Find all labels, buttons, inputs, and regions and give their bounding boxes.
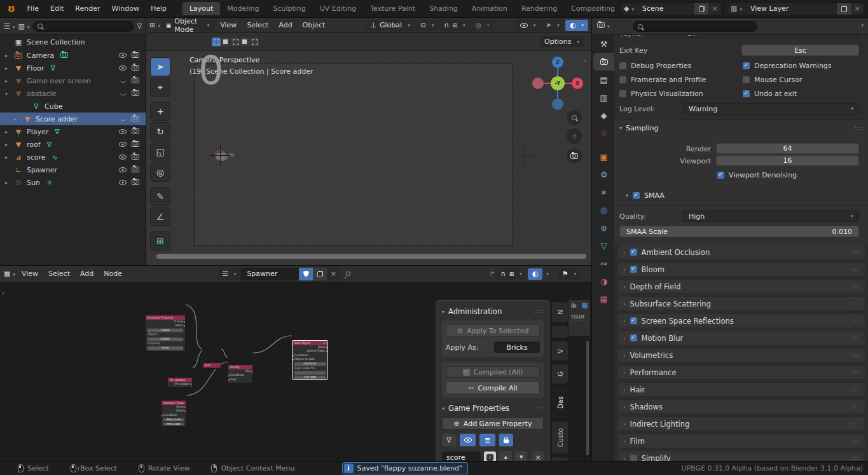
tab-texture[interactable]: ▦ <box>593 290 614 308</box>
checkbox-icon[interactable] <box>630 334 637 341</box>
drag-grip[interactable]: ∷∷ <box>851 249 860 256</box>
object-name[interactable]: Spawner <box>27 166 57 174</box>
checkbox-icon[interactable] <box>630 266 637 273</box>
drag-grip[interactable]: ∷∷ <box>851 387 860 393</box>
remove-view-layer-button[interactable]: × <box>851 4 864 13</box>
expander-icon[interactable]: ▸ <box>5 78 13 84</box>
hide-viewport-toggle[interactable] <box>120 79 127 83</box>
add-cube[interactable]: ⊞ <box>150 231 170 251</box>
tweak-select[interactable]: ➤ <box>150 57 170 76</box>
panel-header[interactable]: › Indirect Lighting ∷∷ <box>617 416 865 431</box>
object-name[interactable]: score <box>27 153 46 162</box>
move-property-up-button[interactable]: ▲ <box>499 451 512 462</box>
annotate[interactable]: ✎ <box>150 187 170 206</box>
outliner-row[interactable]: ∟ Spawner <box>0 163 146 176</box>
node-socket-row[interactable]: Life 500 <box>294 375 326 379</box>
menu-item[interactable]: Add <box>273 21 297 29</box>
node-socket-row[interactable]: Condition <box>162 413 186 417</box>
log-level-dropdown[interactable]: Warning▾ <box>683 103 859 114</box>
node-socket-row[interactable]: Max 3.50 <box>163 418 184 422</box>
drag-grip[interactable]: ∷∷ <box>851 369 860 376</box>
tab-material[interactable]: ◑ <box>593 272 614 290</box>
logic-node[interactable]: Add Object× DoneAdded ObjecConditionObje… <box>292 340 328 380</box>
sidebar-collapse-arrow[interactable]: ‹ <box>584 57 586 64</box>
expander-icon[interactable]: ▾ <box>5 91 13 97</box>
logic-node[interactable]: Evaluate Property× If TrueValueEqualObje… <box>145 315 186 352</box>
node-socket-row[interactable]: Min 2.00 <box>163 422 184 426</box>
apply-to-selected-button[interactable]: ⚙Apply To Selected <box>446 324 540 337</box>
select-extend-button[interactable] <box>221 38 230 46</box>
checkbox-icon[interactable] <box>630 249 637 256</box>
n-panel-tab[interactable] <box>552 326 568 338</box>
node-socket-row[interactable]: obstacle <box>294 362 326 366</box>
checkbox-row[interactable]: Deprecation Warnings <box>743 62 864 70</box>
panel-header[interactable]: › Motion Blur ∷∷ <box>617 331 865 345</box>
logic-node[interactable]: On Update× On Update <box>167 377 193 388</box>
node-socket-row[interactable]: On Update <box>168 382 192 386</box>
hide-viewport-toggle[interactable] <box>119 53 127 58</box>
add-game-property-button[interactable]: ⊕Add Game Property <box>442 417 544 430</box>
gizmo-x-axis[interactable]: X <box>572 78 583 89</box>
gizmo-neg-z-axis[interactable] <box>552 99 563 110</box>
copy-icon[interactable] <box>313 268 327 280</box>
upbge-logo-icon[interactable]: ʊ <box>8 3 15 15</box>
panel-header[interactable]: › Hair ∷∷ <box>617 382 865 397</box>
gizmos-dropdown[interactable]: ➤▾ <box>541 20 564 31</box>
display-mode-icon[interactable]: ▥▾ <box>18 22 29 31</box>
scene-selector[interactable]: ◆▾ Scene × <box>620 3 722 15</box>
menu-item[interactable]: Select <box>242 21 273 29</box>
checkbox-icon[interactable] <box>633 192 640 199</box>
drag-grip[interactable]: ∷∷ <box>851 455 860 462</box>
checkbox-icon[interactable] <box>619 90 626 97</box>
checkbox-row[interactable]: Debug Properties <box>619 62 743 70</box>
outliner-row[interactable]: ▸ a score ∿ <box>0 151 146 163</box>
unlink-scene-button[interactable]: × <box>708 4 721 13</box>
filter-icon[interactable]: ∇ <box>442 434 456 446</box>
logic-node[interactable]: Random Float× DoneValueConditionMax 3.50… <box>161 400 186 427</box>
proportional-edit-toggle[interactable]: ◎▾ <box>471 20 494 31</box>
cursor[interactable]: ⌖ <box>150 78 170 97</box>
node-canvas[interactable]: Evaluate Property× If TrueValueEqualObje… <box>0 282 591 462</box>
tab-object-constraints[interactable]: ∾ <box>593 254 614 272</box>
lock-icon[interactable] <box>499 434 513 446</box>
expander-icon[interactable]: ▸ <box>5 180 13 186</box>
game-properties-panel-header[interactable]: ▾Game Properties∷∷ <box>442 404 544 413</box>
measure[interactable]: ∠ <box>150 207 170 226</box>
parent-node-tree-icon[interactable]: ↱ <box>489 270 495 278</box>
disable-render-toggle[interactable] <box>132 166 139 174</box>
panel-header[interactable]: › Volumetrics ∷∷ <box>617 348 865 362</box>
node-socket-row[interactable]: Gap <box>228 378 252 382</box>
viewport-samples-field[interactable]: 16 <box>716 155 859 166</box>
panel-header[interactable]: › Shadows ∷∷ <box>617 399 865 414</box>
tab-constraints[interactable]: ⊕ <box>593 219 614 237</box>
workspace-tab[interactable]: Sculpting <box>266 2 312 15</box>
expander-icon[interactable]: ▸ <box>14 116 22 122</box>
select-new-button[interactable] <box>212 38 221 46</box>
tab-tool[interactable]: ⚒ <box>593 35 614 53</box>
tab-object[interactable]: ▣ <box>593 148 614 165</box>
move[interactable]: + <box>150 102 170 121</box>
gizmo-y-axis[interactable]: -Y <box>551 76 565 90</box>
workspace-tab[interactable]: Modeling <box>220 2 266 15</box>
gizmo-neg-x-axis[interactable] <box>532 78 544 89</box>
outliner-row[interactable]: ▸ ▼ roof ∇ <box>0 138 146 151</box>
node-socket-row[interactable]: Property <box>146 341 185 345</box>
n-panel-tab[interactable]: Das <box>552 387 568 418</box>
node-socket-row[interactable]: Object: <box>146 333 185 336</box>
menu-item[interactable]: View <box>215 21 242 29</box>
property-name-field[interactable]: score <box>442 451 481 462</box>
vsync-dropdown[interactable]: On▾ <box>681 35 859 38</box>
panel-header[interactable]: › Depth of Field ∷∷ <box>617 279 865 294</box>
view-layer-selector[interactable]: ▥▾ View Layer × <box>727 3 864 15</box>
disable-render-toggle[interactable] <box>132 128 139 136</box>
disable-render-toggle[interactable] <box>132 179 139 187</box>
panel-header[interactable]: › Film ∷∷ <box>617 434 865 448</box>
panel-header[interactable]: › Performance ∷∷ <box>617 365 865 380</box>
zoom-button[interactable] <box>567 110 582 125</box>
disable-render-toggle[interactable] <box>132 115 139 123</box>
hide-viewport-toggle[interactable] <box>119 155 127 160</box>
panel-header[interactable]: › Screen Space Reflections ∷∷ <box>617 313 865 328</box>
checkbox-icon[interactable] <box>743 90 750 97</box>
outliner-row[interactable]: ▸ ▼ Score adder <box>0 113 146 125</box>
pivot-dropdown[interactable]: ⊙▾ <box>416 20 439 31</box>
